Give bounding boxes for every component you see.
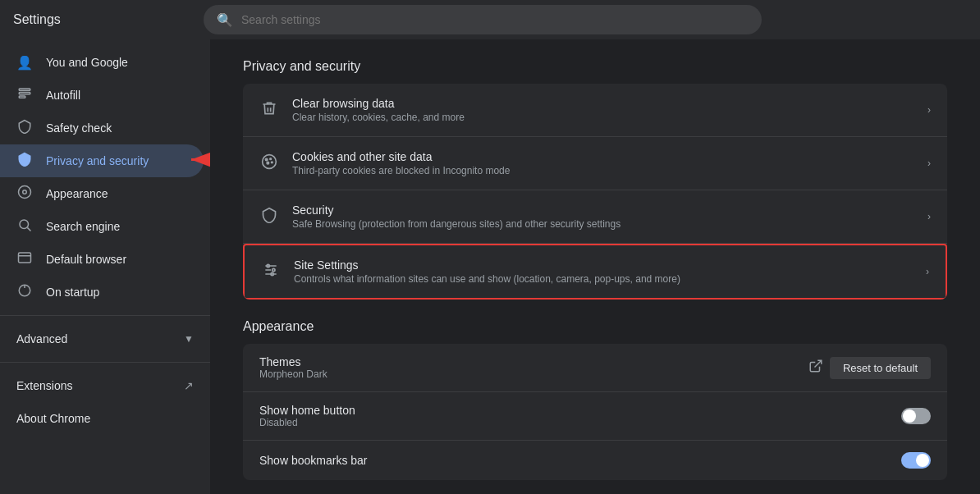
trash-icon bbox=[259, 100, 279, 121]
sidebar-label: On startup bbox=[46, 286, 99, 299]
chevron-right-icon: › bbox=[927, 158, 931, 169]
sidebar-about-chrome[interactable]: About Chrome bbox=[0, 402, 204, 435]
bookmarks-bar-toggle[interactable] bbox=[901, 452, 931, 469]
svg-point-6 bbox=[23, 190, 27, 194]
security-subtitle: Safe Browsing (protection from dangerous… bbox=[292, 218, 914, 230]
home-button-item[interactable]: Show home button Disabled bbox=[243, 392, 947, 441]
person-icon: 👤 bbox=[16, 55, 33, 71]
sidebar-item-on-startup[interactable]: On startup bbox=[0, 276, 204, 309]
startup-icon bbox=[16, 283, 33, 301]
chevron-right-icon: › bbox=[927, 104, 931, 116]
autofill-icon bbox=[16, 86, 33, 104]
svg-rect-1 bbox=[19, 93, 30, 94]
site-settings-text: Site Settings Controls what information … bbox=[294, 258, 913, 285]
sidebar-item-default-browser[interactable]: Default browser bbox=[0, 243, 204, 276]
site-settings-title: Site Settings bbox=[294, 258, 913, 272]
privacy-settings-card: Clear browsing data Clear history, cooki… bbox=[243, 84, 947, 300]
sidebar-divider bbox=[0, 315, 210, 316]
svg-point-15 bbox=[270, 158, 272, 159]
sidebar-label: Default browser bbox=[46, 253, 126, 266]
browser-icon bbox=[16, 250, 33, 268]
sidebar-item-appearance[interactable]: Appearance bbox=[0, 177, 204, 210]
sidebar-item-you-google[interactable]: 👤 You and Google bbox=[0, 46, 204, 79]
cookies-subtitle: Third-party cookies are blocked in Incog… bbox=[292, 165, 914, 176]
search-bar[interactable]: 🔍 bbox=[204, 5, 762, 34]
site-settings-subtitle: Controls what information sites can use … bbox=[294, 273, 913, 285]
sidebar-label: Search engine bbox=[46, 220, 120, 233]
sidebar-label: You and Google bbox=[46, 56, 128, 69]
bookmarks-bar-title: Show bookmarks bar bbox=[259, 454, 888, 467]
shield-icon bbox=[16, 119, 33, 137]
svg-line-24 bbox=[814, 360, 821, 367]
search-input[interactable] bbox=[241, 13, 749, 26]
site-settings-item[interactable]: Site Settings Controls what information … bbox=[243, 244, 947, 300]
chevron-right-icon: › bbox=[927, 211, 931, 222]
clear-browsing-item[interactable]: Clear browsing data Clear history, cooki… bbox=[243, 84, 947, 137]
sidebar-item-autofill[interactable]: Autofill bbox=[0, 79, 204, 112]
sidebar-item-search-engine[interactable]: Search engine bbox=[0, 210, 204, 243]
svg-point-13 bbox=[263, 154, 277, 168]
sidebar-label: Safety check bbox=[46, 121, 112, 135]
main-layout: 👤 You and Google Autofill Safety check bbox=[0, 39, 980, 494]
svg-point-7 bbox=[20, 220, 29, 229]
clear-browsing-subtitle: Clear history, cookies, cache, and more bbox=[292, 112, 914, 123]
search-engine-icon bbox=[16, 217, 33, 236]
themes-title: Themes bbox=[259, 355, 795, 368]
sidebar-item-privacy-security[interactable]: Privacy and security bbox=[0, 144, 204, 177]
home-button-title: Show home button bbox=[259, 404, 888, 417]
sidebar-label: Autofill bbox=[46, 89, 80, 102]
svg-point-5 bbox=[19, 186, 31, 199]
home-button-text: Show home button Disabled bbox=[259, 404, 888, 428]
appearance-icon bbox=[16, 185, 33, 203]
red-arrow bbox=[187, 148, 210, 175]
site-settings-icon bbox=[261, 262, 281, 282]
appearance-settings-card: Themes Morpheon Dark Reset to default bbox=[243, 344, 947, 480]
chevron-right-icon: › bbox=[926, 266, 929, 277]
external-link-icon: ↗ bbox=[184, 379, 194, 392]
sidebar: 👤 You and Google Autofill Safety check bbox=[0, 39, 210, 494]
privacy-icon bbox=[16, 152, 33, 170]
about-chrome-label: About Chrome bbox=[16, 412, 90, 425]
cookies-title: Cookies and other site data bbox=[292, 150, 914, 163]
themes-subtitle: Morpheon Dark bbox=[259, 368, 795, 380]
sidebar-label: Appearance bbox=[46, 187, 108, 200]
svg-rect-0 bbox=[19, 89, 30, 90]
themes-actions: Reset to default bbox=[808, 357, 931, 379]
bookmarks-bar-text: Show bookmarks bar bbox=[259, 454, 888, 467]
header: Settings 🔍 bbox=[0, 0, 980, 39]
privacy-security-section: Privacy and security Clear browsing data bbox=[243, 59, 947, 300]
external-link-icon[interactable] bbox=[808, 359, 823, 377]
themes-item[interactable]: Themes Morpheon Dark Reset to default bbox=[243, 344, 947, 392]
svg-point-21 bbox=[272, 268, 275, 271]
sidebar-item-safety-check[interactable]: Safety check bbox=[0, 112, 204, 144]
security-text: Security Safe Browsing (protection from … bbox=[292, 204, 914, 230]
themes-text: Themes Morpheon Dark bbox=[259, 355, 795, 380]
sidebar-divider-2 bbox=[0, 362, 210, 363]
sidebar-extensions[interactable]: Extensions ↗ bbox=[0, 369, 210, 402]
svg-rect-2 bbox=[19, 96, 25, 98]
search-icon: 🔍 bbox=[217, 12, 233, 28]
reset-to-default-button[interactable]: Reset to default bbox=[830, 357, 931, 379]
home-button-subtitle: Disabled bbox=[259, 417, 888, 428]
security-item[interactable]: Security Safe Browsing (protection from … bbox=[243, 190, 947, 244]
chevron-down-icon: ▼ bbox=[184, 333, 194, 345]
appearance-section-title: Appearance bbox=[243, 319, 947, 334]
svg-point-14 bbox=[265, 158, 268, 161]
advanced-label: Advanced bbox=[16, 332, 171, 345]
svg-rect-9 bbox=[19, 253, 31, 263]
cookies-icon bbox=[259, 153, 279, 174]
appearance-section: Appearance Themes Morpheon Dark bbox=[243, 319, 947, 480]
clear-browsing-text: Clear browsing data Clear history, cooki… bbox=[292, 97, 914, 123]
svg-point-17 bbox=[272, 162, 273, 163]
settings-title: Settings bbox=[13, 12, 194, 27]
cookies-item[interactable]: Cookies and other site data Third-party … bbox=[243, 137, 947, 190]
clear-browsing-title: Clear browsing data bbox=[292, 97, 914, 110]
main-content: Privacy and security Clear browsing data bbox=[210, 39, 980, 494]
extensions-label: Extensions bbox=[16, 379, 171, 392]
bookmarks-bar-item[interactable]: Show bookmarks bar bbox=[243, 441, 947, 480]
security-shield-icon bbox=[259, 207, 279, 227]
sidebar-advanced[interactable]: Advanced ▼ bbox=[0, 322, 210, 355]
sidebar-label: Privacy and security bbox=[46, 154, 149, 167]
home-button-toggle[interactable] bbox=[901, 408, 931, 424]
svg-point-16 bbox=[267, 162, 269, 164]
